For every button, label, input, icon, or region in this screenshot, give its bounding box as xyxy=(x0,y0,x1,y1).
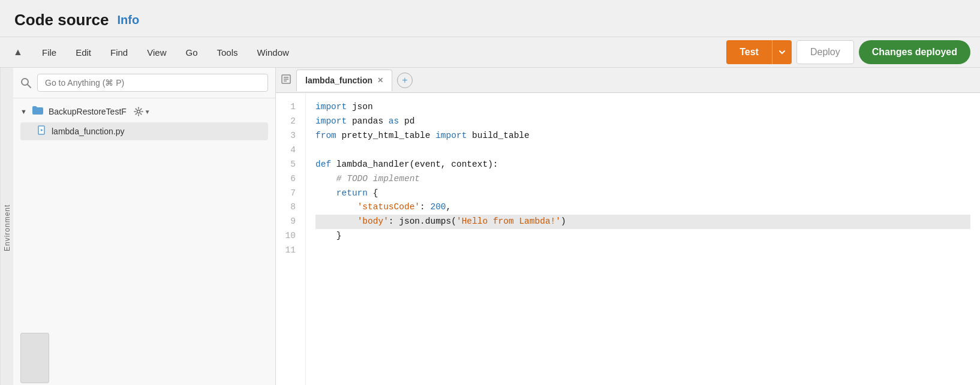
folder-row: ▼ BackupRestoreTestF xyxy=(20,106,268,118)
page-title: Code source xyxy=(14,11,109,29)
add-tab-button[interactable]: + xyxy=(397,73,413,88)
code-line-2: import pandas as pd xyxy=(315,115,970,129)
code-line-6: # TODO implement xyxy=(315,172,970,187)
menu-find[interactable]: Find xyxy=(102,44,136,61)
folder-collapse-icon[interactable]: ▼ xyxy=(20,108,27,115)
sidebar-content: ▼ BackupRestoreTestF xyxy=(13,68,275,385)
tab-lambda-function[interactable]: lambda_function ✕ xyxy=(296,70,392,91)
info-link[interactable]: Info xyxy=(118,13,140,27)
menu-view[interactable]: View xyxy=(139,44,175,61)
menu-edit[interactable]: Edit xyxy=(67,44,100,61)
code-line-7: return { xyxy=(315,187,970,201)
page-header: Code source Info xyxy=(0,0,980,37)
changes-deployed-button[interactable]: Changes deployed xyxy=(859,40,970,64)
svg-line-1 xyxy=(28,85,31,88)
chevron-down-icon xyxy=(778,49,786,56)
menu-window[interactable]: Window xyxy=(249,44,297,61)
search-input[interactable] xyxy=(37,74,268,92)
menu-go[interactable]: Go xyxy=(177,44,206,61)
svg-point-2 xyxy=(137,110,140,113)
code-line-9: 'body': json.dumps('Hello from Lambda!') xyxy=(315,215,970,229)
search-icon xyxy=(20,77,31,88)
code-line-4 xyxy=(315,143,970,158)
collapse-button[interactable]: ▲ xyxy=(10,44,26,61)
code-line-10: } xyxy=(315,229,970,243)
file-tree: ▼ BackupRestoreTestF xyxy=(13,98,275,148)
test-button-group: Test xyxy=(726,40,792,64)
file-icon xyxy=(37,125,47,137)
toolbar: ▲ File Edit Find View Go Tools Window Te… xyxy=(0,37,980,68)
code-line-11 xyxy=(315,243,970,258)
test-button[interactable]: Test xyxy=(726,40,772,64)
deploy-button[interactable]: Deploy xyxy=(796,40,854,64)
menu-tools[interactable]: Tools xyxy=(208,44,246,61)
code-content: import json import pandas as pd from pre… xyxy=(306,93,980,385)
main-area: Environment ▼ xyxy=(0,68,980,385)
tab-name: lambda_function xyxy=(305,76,372,85)
tab-file-list-icon[interactable] xyxy=(281,74,291,87)
tab-bar: lambda_function ✕ + xyxy=(276,68,980,93)
tab-close-icon[interactable]: ✕ xyxy=(377,76,383,85)
toolbar-menu: File Edit Find View Go Tools Window xyxy=(34,44,726,61)
sidebar: Environment ▼ xyxy=(0,68,276,385)
toolbar-actions: Test Deploy Changes deployed xyxy=(726,40,970,64)
gear-icon-button[interactable]: ▼ xyxy=(134,107,151,116)
code-line-5: def lambda_handler(event, context): xyxy=(315,158,970,172)
code-line-1: import json xyxy=(315,100,970,115)
sidebar-search-area xyxy=(13,68,275,98)
menu-file[interactable]: File xyxy=(34,44,65,61)
code-editor[interactable]: 1 2 3 4 5 6 7 8 9 10 11 import json impo… xyxy=(276,93,980,385)
scrollbar-stub xyxy=(20,333,49,383)
code-line-8: 'statusCode': 200, xyxy=(315,200,970,215)
environment-label[interactable]: Environment xyxy=(0,68,13,385)
editor-area: lambda_function ✕ + 1 2 3 4 5 6 7 8 9 10… xyxy=(276,68,980,385)
folder-icon xyxy=(32,106,44,118)
file-item-lambda[interactable]: lambda_function.py xyxy=(20,122,268,140)
line-numbers: 1 2 3 4 5 6 7 8 9 10 11 xyxy=(276,93,306,385)
file-name: lambda_function.py xyxy=(52,127,124,136)
test-dropdown-button[interactable] xyxy=(772,40,792,64)
code-line-3: from pretty_html_table import build_tabl… xyxy=(315,129,970,143)
sidebar-inner: Environment ▼ xyxy=(0,68,275,385)
folder-name[interactable]: BackupRestoreTestF xyxy=(49,107,127,116)
